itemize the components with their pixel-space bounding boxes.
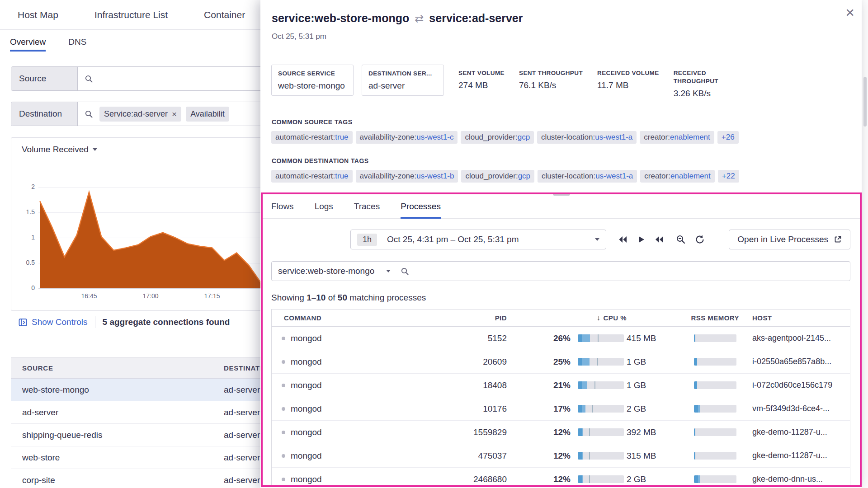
tag-pill[interactable]: cloud_provider:gcp — [461, 170, 534, 183]
tag-value: us-west1-a — [595, 133, 632, 141]
column-header-source[interactable]: SOURCE — [11, 364, 224, 372]
process-pid: 2468680 — [430, 474, 507, 484]
stat[interactable]: SOURCE SERVICEweb-store-mongo — [271, 65, 354, 96]
showing-prefix: Showing — [271, 293, 307, 302]
process-search[interactable]: service:web-store-mongo — [271, 261, 850, 281]
tab-logs[interactable]: Logs — [315, 202, 333, 218]
process-row[interactable]: mongod47503712%315 MBgke-demo-11287-u... — [272, 444, 850, 468]
column-header-host[interactable]: HOST — [739, 314, 850, 322]
tag-pill[interactable]: cluster-location:us-west1-a — [538, 170, 637, 183]
close-icon[interactable]: × — [845, 5, 854, 20]
process-cpu-bar — [571, 358, 627, 366]
tag-key: availability-zone: — [360, 172, 417, 180]
open-live-processes-button[interactable]: Open in Live Processes — [729, 230, 850, 249]
tag-overflow-pill[interactable]: +26 — [717, 131, 739, 144]
tag-overflow-pill[interactable]: +22 — [718, 170, 739, 183]
filter-chip[interactable]: Service:ad-server× — [99, 107, 181, 122]
scrollbar-thumb[interactable] — [863, 77, 867, 127]
process-status-dot — [282, 478, 285, 481]
column-header-pid[interactable]: PID — [430, 314, 507, 322]
stat-value: 11.7 MB — [597, 80, 659, 90]
tab-processes[interactable]: Processes — [401, 202, 441, 218]
tag-pill[interactable]: availability-zone:us-west1-c — [356, 131, 458, 144]
process-command: mongod — [272, 404, 430, 414]
process-pid: 20609 — [430, 357, 507, 367]
tag-pill[interactable]: cluster-location:us-west1-a — [537, 131, 637, 144]
rss-bar-track — [694, 334, 736, 342]
column-header-rss[interactable]: RSS MEMORY — [627, 314, 739, 322]
top-nav-tab[interactable]: Host Map — [18, 9, 58, 20]
refresh-icon[interactable] — [695, 235, 705, 244]
process-command-label: mongod — [291, 451, 322, 461]
column-header-cpu[interactable]: ↓ CPU % — [507, 314, 627, 323]
rss-bar-fill — [694, 452, 695, 460]
process-rss-bar — [687, 405, 739, 413]
tag-pill[interactable]: creator:enablement — [640, 170, 714, 183]
process-rss-value: 1 GB — [627, 357, 687, 367]
scrollbar[interactable] — [863, 0, 867, 488]
connection-source: shipping-queue-redis — [11, 430, 224, 440]
process-row[interactable]: mongod2060925%1 GBi-02550a65e857a8b... — [272, 350, 850, 374]
rss-bar-fill — [694, 405, 700, 413]
process-command: mongod — [272, 357, 430, 367]
zoom-out-icon[interactable] — [676, 235, 686, 244]
tab-traces[interactable]: Traces — [354, 202, 380, 218]
process-command-label: mongod — [291, 357, 322, 367]
process-row[interactable]: mongod1840821%1 GBi-072c0d60ce156c179 — [272, 374, 850, 397]
tag-pill[interactable]: automatic-restart:true — [271, 131, 353, 144]
top-nav-tab[interactable]: Container — [204, 9, 245, 20]
fast-forward-icon[interactable] — [654, 235, 664, 244]
process-command-label: mongod — [291, 427, 322, 437]
process-row[interactable]: mongod515226%415 MBaks-agentpool-2145... — [272, 327, 850, 350]
process-command-label: mongod — [291, 474, 322, 484]
process-status-dot — [282, 360, 285, 364]
process-row[interactable]: mongod155982912%392 MBgke-demo-11287-u..… — [272, 421, 850, 444]
cpu-bar-track — [578, 334, 624, 342]
column-header-command[interactable]: COMMAND — [272, 314, 430, 322]
rss-bar-fill — [694, 381, 697, 389]
stat-label: SENT VOLUME — [458, 69, 505, 77]
metric-selector[interactable]: Volume Received — [22, 145, 97, 155]
stat: RECEIVED VOLUME11.7 MB — [597, 65, 659, 90]
play-icon[interactable] — [636, 235, 646, 244]
tag-value: us-west1-b — [416, 172, 454, 180]
destination-tags-row: automatic-restart:trueavailability-zone:… — [260, 164, 862, 183]
tag-key: cloud_provider: — [465, 172, 518, 180]
filter-chip-truncated[interactable]: Availabilit — [186, 107, 229, 122]
tab-flows[interactable]: Flows — [271, 202, 294, 218]
process-cpu-value: 12% — [507, 474, 571, 484]
chip-close-icon[interactable]: × — [172, 110, 177, 118]
process-pid: 18408 — [430, 380, 507, 390]
tag-pill[interactable]: availability-zone:us-west1-b — [356, 170, 458, 183]
sub-nav-tab[interactable]: DNS — [68, 30, 86, 55]
stats-row: SOURCE SERVICEweb-store-mongoDESTINATION… — [260, 41, 862, 99]
controls-bar: Show Controls 5 aggregate connections fo… — [18, 316, 230, 328]
process-rss-bar — [687, 334, 739, 342]
process-rss-bar — [687, 428, 739, 436]
top-nav-tab[interactable]: Infrastructure List — [94, 9, 168, 20]
cpu-bar-track — [578, 358, 624, 366]
process-pid: 5152 — [430, 333, 507, 343]
tag-pill[interactable]: automatic-restart:true — [271, 170, 353, 183]
panel-title-source: service:web-store-mongo — [272, 12, 409, 25]
rss-bar-track — [694, 475, 736, 483]
search-icon — [85, 75, 93, 83]
rss-bar-track — [694, 452, 736, 460]
time-range-selector[interactable]: 1h Oct 25, 4:31 pm – Oct 25, 5:31 pm — [350, 230, 606, 249]
sub-nav-tab[interactable]: Overview — [10, 30, 46, 55]
rss-bar-track — [694, 381, 736, 389]
chevron-down-icon[interactable] — [386, 270, 391, 272]
tag-pill[interactable]: cloud_provider:gcp — [461, 131, 534, 144]
tag-pill[interactable]: creator:enablement — [640, 131, 714, 144]
process-row[interactable]: mongod246868012%2 GBgke-demo-dnn-us... — [272, 468, 850, 487]
connection-source: web-store — [11, 453, 224, 463]
metric-selector-label: Volume Received — [22, 145, 89, 155]
stat[interactable]: DESTINATION SER...ad-server — [362, 65, 444, 96]
y-axis-label: 0 — [11, 284, 35, 291]
stat-label: RECEIVED THROUGHPUT — [674, 69, 742, 85]
show-controls-button[interactable]: Show Controls — [18, 317, 88, 327]
drag-handle[interactable] — [553, 192, 570, 196]
tag-value: true — [335, 172, 348, 180]
process-row[interactable]: mongod1017617%2 GBvm-5f349d3d-6ce4-... — [272, 397, 850, 421]
rewind-icon[interactable] — [618, 235, 628, 244]
